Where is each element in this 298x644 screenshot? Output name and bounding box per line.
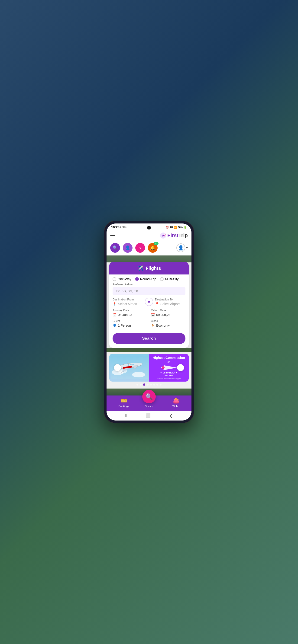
logo-trip: Trip xyxy=(178,232,188,238)
destination-to-placeholder: Select Airport xyxy=(160,302,180,306)
one-way-option[interactable]: One-Way xyxy=(113,277,131,281)
status-bar: 10:23 0 KB/s ⏰ 4G 📶 90% 🔋 xyxy=(107,224,191,230)
class-box[interactable]: Class 🪑 Economy xyxy=(151,320,185,327)
carousel-dot-1[interactable] xyxy=(136,384,138,386)
journey-date-box[interactable]: Journey Date 📅 08 Jun,23 xyxy=(113,309,147,317)
round-trip-radio-inner xyxy=(136,278,138,280)
notification-icon: 🔔 xyxy=(150,245,155,250)
hamburger-line-2 xyxy=(110,235,115,236)
multi-city-radio[interactable] xyxy=(160,277,164,281)
hamburger-line-1 xyxy=(110,234,115,234)
payment-button[interactable]: ৳ xyxy=(135,243,145,253)
guest-text: 1 Person xyxy=(118,324,131,327)
android-recent-button[interactable]: ⦀ xyxy=(125,413,127,418)
profile-settings-icon: 👤 xyxy=(125,245,130,250)
logo-first: First xyxy=(167,232,178,238)
bottom-navigation: 🎫 Bookings 👛 Wallet 🔍 Search xyxy=(107,396,191,411)
guest-label: Guest xyxy=(113,320,147,323)
carousel-dots xyxy=(109,382,189,387)
hamburger-menu[interactable] xyxy=(110,234,115,237)
notification-badge: 57 xyxy=(154,242,159,245)
dates-row: Journey Date 📅 08 Jun,23 Return Date 📅 0… xyxy=(109,309,189,317)
carousel-dot-3[interactable] xyxy=(143,384,145,386)
journey-date-value: 📅 08 Jun,23 xyxy=(113,313,147,317)
status-time: 10:23 xyxy=(111,225,120,229)
terms-text: * Terms and conditions apply xyxy=(157,378,181,380)
carrier-airline: AIRLINES xyxy=(165,374,173,376)
phone-frame: 10:23 0 KB/s ⏰ 4G 📶 90% 🔋 xyxy=(104,221,194,423)
search-flights-button[interactable]: Search xyxy=(113,333,185,344)
carousel-main-title: Highest Commission xyxy=(153,356,185,360)
flight-search-card: ✈️ Flights One-Way Round-Trip Multi-Ci xyxy=(109,262,189,348)
multi-city-option[interactable]: Multi-City xyxy=(160,277,178,281)
destination-from-placeholder: Select Airport xyxy=(118,302,137,306)
chevron-down-icon: ▾ xyxy=(186,246,188,250)
scroll-background xyxy=(107,348,191,352)
destination-to-label: Destination To xyxy=(155,298,185,301)
bookings-icon: 🎫 xyxy=(121,398,127,404)
location-from-icon: 📍 xyxy=(113,302,117,306)
search-fab-icon: 🔍 xyxy=(145,393,153,400)
battery-label: 90% xyxy=(178,226,183,228)
app-logo: FirstTrip xyxy=(160,232,188,239)
status-icons: ⏰ 4G 📶 90% 🔋 xyxy=(166,226,187,229)
class-text: Economy xyxy=(156,324,170,327)
user-avatar: 👤 xyxy=(176,244,185,252)
return-date-icon: 📅 xyxy=(151,313,155,317)
alarm-icon: ⏰ xyxy=(166,226,169,229)
signal-icon: 📶 xyxy=(174,226,177,229)
android-home-button[interactable]: ⬜ xyxy=(146,413,151,418)
user-icon: 👤 xyxy=(178,245,184,250)
carrier-logo-svg xyxy=(160,364,178,371)
notification-button[interactable]: 🔔 57 xyxy=(148,243,158,253)
carrier-name: ✦ US-BANGLA ✦ xyxy=(160,372,178,374)
preferred-airline-input[interactable] xyxy=(113,287,185,295)
multi-city-label: Multi-City xyxy=(165,277,178,281)
swap-destinations-button[interactable]: ⇄ xyxy=(145,298,153,306)
destination-to-box[interactable]: Destination To 📍 Select Airport xyxy=(155,298,185,306)
camera-notch xyxy=(147,226,151,230)
profile-settings-button[interactable]: 👤 xyxy=(123,243,133,253)
destination-from-label: Destination From xyxy=(113,298,143,301)
carousel-dot-2[interactable] xyxy=(140,384,142,386)
journey-date-label: Journey Date xyxy=(113,309,147,312)
round-trip-option[interactable]: Round-Trip xyxy=(135,277,156,281)
wallet-icon: 👛 xyxy=(173,398,179,404)
bookings-nav-item[interactable]: 🎫 Bookings xyxy=(119,398,129,408)
banner-background xyxy=(107,256,191,262)
journey-date-icon: 📅 xyxy=(113,313,117,317)
user-area[interactable]: 👤 ▾ xyxy=(176,244,188,252)
android-back-button[interactable]: ❮ xyxy=(169,413,173,418)
logo-icon xyxy=(160,232,166,239)
guest-icon: 👤 xyxy=(113,324,117,327)
carousel-dot-4[interactable] xyxy=(147,384,149,386)
carousel-prev-button[interactable]: ← xyxy=(114,364,121,371)
carousel-dot-5[interactable] xyxy=(150,384,152,386)
class-icon: 🪑 xyxy=(151,324,155,327)
wallet-nav-item[interactable]: 👛 Wallet xyxy=(172,398,179,408)
network-label: 4G xyxy=(170,226,173,228)
carousel-next-button[interactable]: → xyxy=(177,364,184,371)
flight-icon: ✈️ xyxy=(137,265,143,271)
phone-screen: 10:23 0 KB/s ⏰ 4G 📶 90% 🔋 xyxy=(107,224,191,420)
battery-icon: 🔋 xyxy=(184,226,187,229)
app-header: FirstTrip xyxy=(107,230,191,241)
guest-box[interactable]: Guest 👤 1 Person xyxy=(113,320,147,327)
round-trip-radio[interactable] xyxy=(135,277,139,281)
carousel-dot-6[interactable] xyxy=(153,384,155,386)
carousel-dot-8[interactable] xyxy=(160,384,162,386)
search-fab-label: Search xyxy=(145,405,153,408)
guest-value: 👤 1 Person xyxy=(113,324,147,327)
carousel-dot-7[interactable] xyxy=(156,384,158,386)
one-way-radio[interactable] xyxy=(113,277,116,281)
search-fab-button[interactable]: 🔍 xyxy=(142,390,156,403)
return-date-label: Return Date xyxy=(151,309,185,312)
search-nav-button[interactable]: 🔍 xyxy=(110,243,120,253)
preferred-airline-label: Preferred Airline xyxy=(113,283,185,286)
round-trip-label: Round-Trip xyxy=(140,277,156,281)
return-date-box[interactable]: Return Date 📅 09 Jun,23 xyxy=(151,309,185,317)
destination-from-box[interactable]: Destination From 📍 Select Airport xyxy=(113,298,143,306)
trip-type-selector: One-Way Round-Trip Multi-City xyxy=(109,274,189,283)
carrier-info: ✦ US-BANGLA ✦ AIRLINES xyxy=(160,364,178,376)
return-date-value: 📅 09 Jun,23 xyxy=(151,313,185,317)
